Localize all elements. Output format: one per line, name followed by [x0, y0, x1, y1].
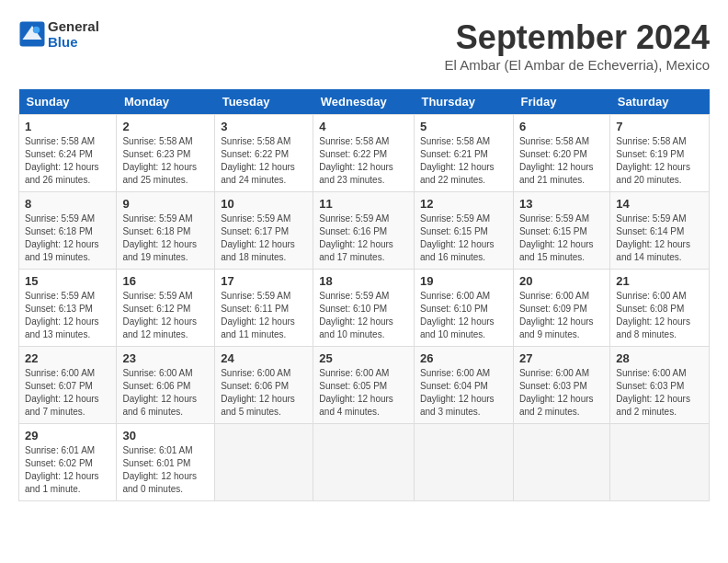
calendar-cell: 21 Sunrise: 6:00 AM Sunset: 6:08 PM Dayl… [610, 270, 710, 347]
calendar-cell: 1 Sunrise: 5:58 AM Sunset: 6:24 PM Dayli… [19, 115, 117, 192]
day-details: Sunrise: 5:59 AM Sunset: 6:15 PM Dayligh… [420, 213, 507, 264]
calendar-cell: 7 Sunrise: 5:58 AM Sunset: 6:19 PM Dayli… [610, 115, 710, 192]
day-details: Sunrise: 6:00 AM Sunset: 6:06 PM Dayligh… [122, 367, 209, 419]
calendar-cell: 22 Sunrise: 6:00 AM Sunset: 6:07 PM Dayl… [19, 347, 117, 424]
day-details: Sunrise: 6:00 AM Sunset: 6:10 PM Dayligh… [420, 290, 507, 341]
calendar-cell [513, 424, 609, 501]
day-details: Sunrise: 5:58 AM Sunset: 6:20 PM Dayligh… [519, 135, 604, 187]
day-details: Sunrise: 5:59 AM Sunset: 6:17 PM Dayligh… [221, 213, 307, 264]
day-details: Sunrise: 6:01 AM Sunset: 6:01 PM Dayligh… [122, 444, 209, 496]
day-number: 13 [519, 197, 604, 211]
day-number: 28 [616, 351, 703, 365]
col-sunday: Sunday [19, 89, 117, 115]
col-saturday: Saturday [610, 89, 710, 115]
calendar-week-5: 29 Sunrise: 6:01 AM Sunset: 6:02 PM Dayl… [19, 424, 710, 501]
day-number: 10 [221, 197, 307, 211]
day-number: 21 [616, 274, 703, 288]
calendar-cell [215, 424, 313, 501]
day-number: 24 [221, 351, 307, 365]
day-number: 15 [25, 274, 110, 288]
day-details: Sunrise: 6:00 AM Sunset: 6:07 PM Dayligh… [25, 367, 110, 419]
calendar-cell: 11 Sunrise: 5:59 AM Sunset: 6:16 PM Dayl… [313, 192, 415, 270]
day-number: 12 [420, 197, 507, 211]
day-number: 19 [420, 274, 507, 288]
day-details: Sunrise: 5:59 AM Sunset: 6:10 PM Dayligh… [319, 290, 408, 341]
day-number: 6 [519, 120, 604, 133]
calendar-cell: 13 Sunrise: 5:59 AM Sunset: 6:15 PM Dayl… [513, 192, 609, 270]
day-number: 1 [25, 120, 110, 133]
day-number: 20 [519, 274, 604, 288]
calendar-cell: 15 Sunrise: 5:59 AM Sunset: 6:13 PM Dayl… [19, 270, 117, 347]
day-number: 22 [25, 351, 110, 365]
day-number: 29 [25, 429, 110, 442]
col-monday: Monday [117, 89, 215, 115]
calendar-cell: 27 Sunrise: 6:00 AM Sunset: 6:03 PM Dayl… [513, 347, 609, 424]
day-details: Sunrise: 6:00 AM Sunset: 6:06 PM Dayligh… [221, 367, 307, 419]
day-details: Sunrise: 5:59 AM Sunset: 6:15 PM Dayligh… [519, 213, 604, 264]
day-details: Sunrise: 5:59 AM Sunset: 6:13 PM Dayligh… [25, 290, 110, 341]
day-details: Sunrise: 6:00 AM Sunset: 6:09 PM Dayligh… [519, 290, 604, 341]
day-details: Sunrise: 5:59 AM Sunset: 6:11 PM Dayligh… [221, 290, 307, 341]
calendar-cell: 24 Sunrise: 6:00 AM Sunset: 6:06 PM Dayl… [215, 347, 313, 424]
calendar-cell: 18 Sunrise: 5:59 AM Sunset: 6:10 PM Dayl… [313, 270, 415, 347]
title-section: September 2024 El Ambar (El Ambar de Ech… [445, 18, 710, 73]
calendar-cell: 26 Sunrise: 6:00 AM Sunset: 6:04 PM Dayl… [414, 347, 513, 424]
day-number: 26 [420, 351, 507, 365]
day-details: Sunrise: 5:58 AM Sunset: 6:22 PM Dayligh… [221, 135, 307, 187]
col-wednesday: Wednesday [313, 89, 415, 115]
day-details: Sunrise: 6:00 AM Sunset: 6:03 PM Dayligh… [519, 367, 604, 419]
col-thursday: Thursday [414, 89, 513, 115]
day-number: 16 [122, 274, 209, 288]
day-number: 25 [319, 351, 408, 365]
day-number: 18 [319, 274, 408, 288]
calendar-cell: 3 Sunrise: 5:58 AM Sunset: 6:22 PM Dayli… [215, 115, 313, 192]
calendar-cell: 23 Sunrise: 6:00 AM Sunset: 6:06 PM Dayl… [117, 347, 215, 424]
calendar-cell: 5 Sunrise: 5:58 AM Sunset: 6:21 PM Dayli… [414, 115, 513, 192]
calendar-cell: 29 Sunrise: 6:01 AM Sunset: 6:02 PM Dayl… [19, 424, 117, 501]
day-details: Sunrise: 5:59 AM Sunset: 6:18 PM Dayligh… [25, 213, 110, 264]
month-year: September 2024 [445, 18, 710, 57]
location: El Ambar (El Ambar de Echeverria), Mexic… [445, 57, 710, 73]
svg-point-2 [33, 27, 40, 34]
calendar-cell: 10 Sunrise: 5:59 AM Sunset: 6:17 PM Dayl… [215, 192, 313, 270]
day-number: 14 [616, 197, 703, 211]
calendar-cell: 16 Sunrise: 5:59 AM Sunset: 6:12 PM Dayl… [117, 270, 215, 347]
logo-blue: Blue [48, 34, 99, 50]
day-number: 7 [616, 120, 703, 133]
calendar-week-4: 22 Sunrise: 6:00 AM Sunset: 6:07 PM Dayl… [19, 347, 710, 424]
day-details: Sunrise: 5:58 AM Sunset: 6:24 PM Dayligh… [25, 135, 110, 187]
calendar-cell: 9 Sunrise: 5:59 AM Sunset: 6:18 PM Dayli… [117, 192, 215, 270]
day-number: 30 [122, 429, 209, 442]
calendar-cell: 25 Sunrise: 6:00 AM Sunset: 6:05 PM Dayl… [313, 347, 415, 424]
day-number: 4 [319, 120, 408, 133]
day-number: 27 [519, 351, 604, 365]
day-details: Sunrise: 5:59 AM Sunset: 6:14 PM Dayligh… [616, 213, 703, 264]
day-number: 23 [122, 351, 209, 365]
calendar-cell: 6 Sunrise: 5:58 AM Sunset: 6:20 PM Dayli… [513, 115, 609, 192]
day-details: Sunrise: 6:00 AM Sunset: 6:03 PM Dayligh… [616, 367, 703, 419]
calendar-cell: 17 Sunrise: 5:59 AM Sunset: 6:11 PM Dayl… [215, 270, 313, 347]
day-number: 2 [122, 120, 209, 133]
calendar-week-2: 8 Sunrise: 5:59 AM Sunset: 6:18 PM Dayli… [19, 192, 710, 270]
calendar-cell: 20 Sunrise: 6:00 AM Sunset: 6:09 PM Dayl… [513, 270, 609, 347]
day-details: Sunrise: 6:00 AM Sunset: 6:08 PM Dayligh… [616, 290, 703, 341]
day-number: 8 [25, 197, 110, 211]
calendar-cell: 14 Sunrise: 5:59 AM Sunset: 6:14 PM Dayl… [610, 192, 710, 270]
calendar-cell: 12 Sunrise: 5:59 AM Sunset: 6:15 PM Dayl… [414, 192, 513, 270]
col-friday: Friday [513, 89, 609, 115]
calendar-cell: 19 Sunrise: 6:00 AM Sunset: 6:10 PM Dayl… [414, 270, 513, 347]
day-details: Sunrise: 6:01 AM Sunset: 6:02 PM Dayligh… [25, 444, 110, 496]
day-details: Sunrise: 5:58 AM Sunset: 6:19 PM Dayligh… [616, 135, 703, 187]
calendar-header-row: Sunday Monday Tuesday Wednesday Thursday… [19, 89, 710, 115]
day-details: Sunrise: 5:59 AM Sunset: 6:18 PM Dayligh… [122, 213, 209, 264]
day-number: 5 [420, 120, 507, 133]
calendar-cell [610, 424, 710, 501]
day-number: 11 [319, 197, 408, 211]
calendar-cell: 8 Sunrise: 5:59 AM Sunset: 6:18 PM Dayli… [19, 192, 117, 270]
logo: General Blue [18, 18, 99, 51]
calendar-cell: 4 Sunrise: 5:58 AM Sunset: 6:22 PM Dayli… [313, 115, 415, 192]
day-details: Sunrise: 6:00 AM Sunset: 6:05 PM Dayligh… [319, 367, 408, 419]
day-number: 17 [221, 274, 307, 288]
day-details: Sunrise: 5:58 AM Sunset: 6:21 PM Dayligh… [420, 135, 507, 187]
calendar-cell: 28 Sunrise: 6:00 AM Sunset: 6:03 PM Dayl… [610, 347, 710, 424]
